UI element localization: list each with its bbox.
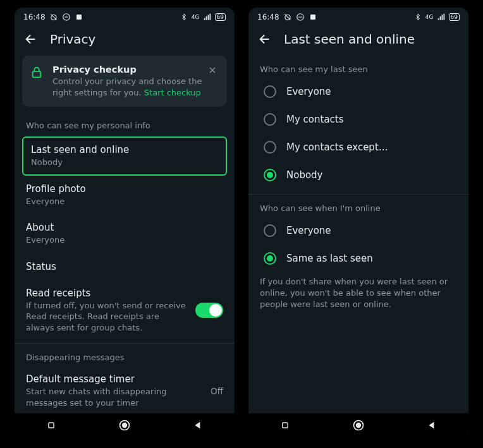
back-button[interactable] [257,32,272,47]
android-navbar [248,413,468,437]
radio-online-same[interactable]: Same as last seen [248,245,468,272]
row-profile-photo[interactable]: Profile photo Everyone [15,176,235,215]
radio-icon [264,141,276,154]
radio-lastseen-nobody[interactable]: Nobody [248,161,468,189]
read-receipts-toggle[interactable] [195,303,223,318]
svg-rect-2 [76,15,82,20]
bluetooth-icon [413,13,422,21]
alarm-off-icon [49,13,58,21]
signal-4g-label: 4G [192,14,200,20]
nav-recent[interactable] [276,416,294,434]
page-title: Last seen and online [284,32,415,47]
section-personal-info: Who can see my personal info [15,112,235,134]
checkup-title: Privacy checkup [52,64,219,75]
nav-recent[interactable] [42,416,60,434]
radio-online-everyone[interactable]: Everyone [248,217,468,245]
row-default-timer[interactable]: Default message timer Start new chats wi… [15,366,235,413]
privacy-checkup-card[interactable]: Privacy checkup Control your privacy and… [22,56,227,107]
header: Privacy [15,27,235,56]
plus-icon [75,13,83,21]
row-read-receipts: Read receipts If turned off, you won't s… [15,280,235,341]
svg-rect-4 [49,423,54,428]
svg-rect-9 [310,15,315,20]
privacy-screen: 16:48 4G 69 Pr [15,8,235,437]
svg-rect-10 [283,423,288,428]
nav-home[interactable] [116,416,133,434]
start-checkup-link[interactable]: Start checkup [144,88,201,97]
status-time: 16:48 [23,13,46,21]
nav-back[interactable] [423,416,441,434]
radio-icon [264,169,276,181]
last-seen-screen: 16:48 4G 69 La [248,8,468,437]
signal-icon [437,13,446,21]
status-time: 16:48 [257,13,279,21]
close-icon[interactable] [205,63,219,77]
battery-icon: 69 [215,13,226,21]
radio-lastseen-except[interactable]: My contacts except… [248,133,468,161]
android-navbar [15,413,235,437]
signal-4g-label: 4G [425,14,434,20]
checkup-subtitle: Control your privacy and choose the righ… [52,76,219,98]
section-who-online: Who can see when I'm online [248,195,468,217]
radio-lastseen-contacts[interactable]: My contacts [248,106,468,133]
plus-icon [309,13,317,21]
nav-home[interactable] [350,416,367,434]
radio-icon [264,85,276,98]
section-disappearing: Disappearing messages [15,344,235,366]
page-title: Privacy [50,32,95,47]
svg-rect-3 [33,71,41,77]
row-status[interactable]: Status [15,253,235,280]
back-button[interactable] [23,32,39,47]
battery-icon: 69 [449,13,460,21]
lock-icon [30,66,44,82]
radio-icon [264,113,276,126]
bluetooth-icon [180,13,188,21]
dnd-icon [62,13,71,21]
section-who-lastseen: Who can see my last seen [248,56,468,78]
header: Last seen and online [248,27,468,56]
privacy-info-text: If you don't share when you were last se… [248,272,468,311]
row-about[interactable]: About Everyone [15,214,235,253]
row-last-seen[interactable]: Last seen and online Nobody [22,136,227,176]
radio-lastseen-everyone[interactable]: Everyone [248,78,468,106]
svg-point-6 [123,423,127,428]
alarm-off-icon [283,13,292,21]
status-bar: 16:48 4G 69 [248,8,468,27]
radio-icon [264,252,276,265]
status-bar: 16:48 4G 69 [15,8,235,27]
nav-back[interactable] [189,416,207,434]
svg-point-12 [357,423,361,428]
dnd-icon [296,13,305,21]
radio-icon [264,224,276,237]
signal-icon [203,13,212,21]
